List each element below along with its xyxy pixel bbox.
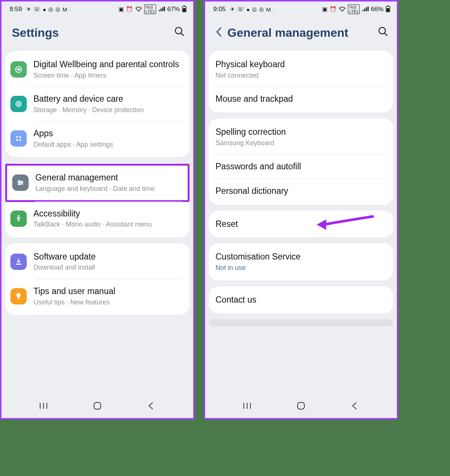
row-sub: Useful tips · New features bbox=[33, 298, 182, 307]
chat-icon: ● bbox=[246, 6, 250, 13]
whatsapp-icon: ☏ bbox=[237, 6, 244, 13]
nav-recents[interactable] bbox=[34, 400, 53, 411]
gmail-icon: M bbox=[62, 6, 67, 13]
update-icon bbox=[10, 254, 27, 270]
svg-point-15 bbox=[19, 181, 20, 182]
nav-recents[interactable] bbox=[238, 400, 256, 411]
status-bar: 9:05 ✈ ☏ ● ◎ ◎ M · ▣ ⏰ Vo))LTE1 66% bbox=[205, 1, 397, 16]
row-label: Customisation Service bbox=[216, 251, 386, 262]
gm-group-2: Spelling correction Samsung Keyboard Pas… bbox=[209, 118, 393, 205]
row-apps[interactable]: Apps Default apps · App settings bbox=[5, 121, 190, 156]
alarm-icon: ⏰ bbox=[126, 6, 133, 13]
svg-point-28 bbox=[379, 27, 386, 34]
svg-point-17 bbox=[19, 184, 20, 185]
tips-icon bbox=[10, 288, 27, 304]
phone-right: 9:05 ✈ ☏ ● ◎ ◎ M · ▣ ⏰ Vo))LTE1 66% bbox=[204, 0, 398, 420]
svg-rect-26 bbox=[387, 6, 389, 6]
svg-point-7 bbox=[17, 103, 20, 105]
nav-back[interactable] bbox=[142, 400, 161, 411]
svg-point-3 bbox=[175, 27, 182, 34]
row-software-update[interactable]: Software update Download and install bbox=[5, 245, 190, 279]
whatsapp-icon: ☏ bbox=[33, 6, 41, 13]
camera-icon: ◎ bbox=[55, 6, 60, 13]
search-icon[interactable] bbox=[174, 26, 185, 40]
row-digital-wellbeing[interactable]: Digital Wellbeing and parental controls … bbox=[5, 52, 190, 87]
row-contact-us[interactable]: Contact us bbox=[209, 288, 393, 312]
row-label: Physical keyboard bbox=[216, 59, 386, 70]
chat-icon: ● bbox=[43, 6, 46, 13]
row-sub: Download and install bbox=[33, 263, 182, 272]
row-label: Battery and device care bbox=[33, 94, 182, 104]
row-physical-keyboard[interactable]: Physical keyboard Not connected bbox=[209, 52, 393, 87]
nav-bar bbox=[1, 394, 193, 418]
settings-group-1: Digital Wellbeing and parental controls … bbox=[5, 51, 190, 157]
svg-line-4 bbox=[181, 33, 184, 36]
row-mouse-trackpad[interactable]: Mouse and trackpad bbox=[209, 87, 393, 111]
volte-icon: Vo))LTE1 bbox=[144, 4, 156, 14]
svg-rect-19 bbox=[16, 264, 21, 265]
row-accessibility[interactable]: Accessibility TalkBack · Mono audio · As… bbox=[5, 202, 190, 236]
row-tips[interactable]: Tips and user manual Useful tips · New f… bbox=[5, 279, 190, 313]
svg-rect-2 bbox=[183, 8, 186, 12]
highlight-annotation: General management Language and keyboard… bbox=[5, 164, 190, 202]
search-icon[interactable] bbox=[378, 26, 389, 40]
header: Settings bbox=[1, 16, 193, 51]
svg-point-6 bbox=[16, 101, 21, 107]
svg-rect-34 bbox=[298, 402, 304, 409]
apps-icon bbox=[10, 130, 27, 147]
battery-icon bbox=[386, 6, 390, 13]
row-sub: Default apps · App settings bbox=[33, 140, 182, 149]
more-icon: · bbox=[273, 6, 275, 13]
nav-home[interactable] bbox=[292, 400, 310, 411]
page-title: General management bbox=[227, 26, 372, 40]
header: General management bbox=[205, 16, 397, 51]
telegram-icon: ✈ bbox=[26, 6, 31, 13]
nav-bar bbox=[205, 394, 397, 418]
gm-group-4: Customisation Service Not in use bbox=[209, 243, 393, 280]
wellbeing-icon bbox=[10, 61, 27, 78]
battery-saver-icon: ▣ bbox=[322, 6, 327, 13]
row-sub: Storage · Memory · Device protection bbox=[33, 106, 182, 114]
row-personal-dictionary[interactable]: Personal dictionary bbox=[209, 179, 393, 203]
page-title: Settings bbox=[12, 26, 169, 40]
row-general-management[interactable]: General management Language and keyboard… bbox=[7, 166, 188, 200]
svg-rect-24 bbox=[94, 402, 101, 409]
phone-left: 8:59 ✈ ☏ ● ◎ ◎ M · ▣ ⏰ Vo))LTE1 67% Set bbox=[0, 0, 195, 420]
row-label: Apps bbox=[33, 128, 182, 139]
row-label: Software update bbox=[33, 251, 182, 262]
svg-point-11 bbox=[19, 139, 21, 141]
svg-point-8 bbox=[16, 136, 18, 138]
more-icon: · bbox=[69, 6, 71, 13]
signal-icon bbox=[158, 6, 165, 13]
row-reset[interactable]: Reset bbox=[209, 212, 393, 236]
row-device-care[interactable]: Battery and device care Storage · Memory… bbox=[5, 87, 190, 121]
row-label: Reset bbox=[216, 219, 386, 229]
row-sub: Samsung Keyboard bbox=[216, 139, 386, 147]
svg-rect-27 bbox=[387, 8, 389, 12]
nav-home[interactable] bbox=[88, 400, 107, 411]
row-spelling-correction[interactable]: Spelling correction Samsung Keyboard bbox=[209, 120, 393, 154]
svg-point-18 bbox=[18, 215, 20, 217]
row-customisation-service[interactable]: Customisation Service Not in use bbox=[209, 245, 393, 279]
svg-point-16 bbox=[21, 182, 22, 184]
alarm-icon: ⏰ bbox=[330, 6, 337, 13]
row-label: Personal dictionary bbox=[216, 186, 386, 196]
battery-percent: 66% bbox=[371, 6, 383, 13]
accessibility-icon bbox=[10, 211, 27, 227]
status-time: 8:59 bbox=[10, 6, 22, 13]
instagram-icon: ◎ bbox=[252, 6, 257, 13]
wifi-icon bbox=[339, 6, 346, 13]
settings-group-3: Software update Download and install Tip… bbox=[5, 243, 190, 315]
camera-icon: ◎ bbox=[259, 6, 264, 13]
nav-back[interactable] bbox=[346, 400, 364, 411]
row-sub: Screen time · App timers bbox=[33, 71, 182, 80]
back-button[interactable] bbox=[216, 26, 222, 39]
gm-group-1: Physical keyboard Not connected Mouse an… bbox=[209, 51, 393, 113]
row-label: Spelling correction bbox=[216, 127, 386, 137]
svg-rect-1 bbox=[184, 6, 185, 6]
gmail-icon: M bbox=[266, 6, 271, 13]
row-passwords-autofill[interactable]: Passwords and autofill bbox=[209, 154, 393, 179]
row-sub: Language and keyboard · Date and time bbox=[35, 185, 180, 193]
general-management-list: Physical keyboard Not connected Mouse an… bbox=[205, 51, 397, 394]
row-label: Tips and user manual bbox=[33, 286, 182, 297]
